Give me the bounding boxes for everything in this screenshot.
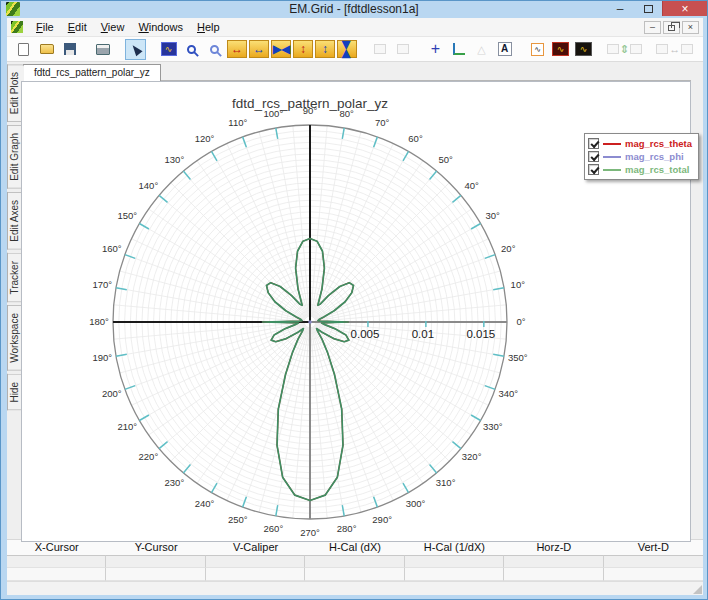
- angle-label: 60°: [408, 133, 423, 144]
- triangle-icon: △: [477, 43, 485, 56]
- select-pointer-button[interactable]: [125, 39, 146, 60]
- mdi-controls: – ×: [644, 21, 703, 34]
- maximize-button[interactable]: [634, 1, 662, 16]
- menu-item-windows[interactable]: Windows: [131, 19, 190, 35]
- angle-label: 280°: [337, 523, 357, 534]
- fit-x-button[interactable]: ▶◀: [271, 40, 291, 58]
- angle-label: 220°: [139, 451, 159, 462]
- menu-item-help[interactable]: Help: [190, 19, 227, 35]
- vertical-spacing-icon: ⇕: [607, 43, 642, 56]
- plot-tab-label: fdtd_rcs_pattern_polar_yz: [34, 67, 150, 78]
- floppy-icon: [64, 43, 76, 55]
- resize-grip-icon[interactable]: [693, 585, 702, 594]
- expand-y-button[interactable]: ↕: [293, 40, 313, 58]
- angle-label: 110°: [228, 117, 247, 128]
- cursor-values-row-2: [7, 568, 703, 581]
- print-button[interactable]: [92, 39, 113, 60]
- legend-row: mag_rcs_theta: [588, 137, 692, 150]
- legend-line-sample-icon: [603, 169, 621, 171]
- frame-icon: [681, 44, 693, 54]
- frame-icon: [374, 44, 386, 54]
- cursor-value-cell: [7, 568, 106, 581]
- window-title: EM.Grid - [fdtdlesson1a]: [1, 1, 707, 18]
- mdi-restore-button[interactable]: [663, 21, 680, 34]
- menu-item-view[interactable]: View: [94, 19, 132, 35]
- angle-label: 130°: [165, 154, 185, 165]
- cursor-column-header: Y-Cursor: [106, 540, 205, 555]
- expand-x-button[interactable]: ↔: [227, 40, 247, 58]
- toolbar: ∿↔↔▶◀↕↕▶◀+△A∿∿∿⇕↔Layout▼: [7, 36, 703, 62]
- mdi-app-icon[interactable]: [11, 21, 23, 33]
- angle-label: 150°: [117, 210, 137, 221]
- chart-title: fdtd_rcs_pattern_polar_yz: [232, 96, 388, 111]
- cursor-value-cell: [106, 568, 205, 581]
- close-button[interactable]: ×: [662, 1, 707, 16]
- zoom-out-button[interactable]: [204, 39, 225, 60]
- legend: mag_rcs_thetamag_rcs_phimag_rcs_total: [584, 133, 699, 180]
- expand-y-icon: ↕: [300, 43, 306, 55]
- fit-y-button[interactable]: ▶◀: [337, 40, 357, 58]
- angle-label: 330°: [483, 421, 503, 432]
- angle-label: 140°: [139, 180, 159, 191]
- legend-row: mag_rcs_phi: [588, 150, 692, 163]
- fit-x-icon: ▶◀: [273, 43, 289, 55]
- open-file-button[interactable]: [36, 39, 57, 60]
- legend-label: mag_rcs_theta: [625, 138, 692, 149]
- mdi-minimize-button[interactable]: –: [644, 21, 661, 34]
- frame-icon: [607, 44, 619, 54]
- angle-label: 240°: [195, 498, 215, 509]
- plot-style-red-button[interactable]: ∿: [550, 39, 571, 60]
- angle-label: 30°: [486, 210, 501, 221]
- minimize-button[interactable]: –: [606, 1, 634, 16]
- angle-label: 0°: [516, 316, 525, 327]
- cursor-value-cell: [305, 555, 404, 568]
- plot-tab[interactable]: fdtd_rcs_pattern_polar_yz: [23, 64, 161, 81]
- angle-label: 290°: [372, 514, 392, 525]
- angle-label: 340°: [498, 388, 518, 399]
- plot-style-dark-button[interactable]: ∿: [573, 39, 594, 60]
- mdi-close-button[interactable]: ×: [682, 21, 699, 34]
- text-annotation-button[interactable]: A: [494, 39, 515, 60]
- legend-checkbox[interactable]: [588, 164, 599, 175]
- cursor-values-row-1: [7, 555, 703, 568]
- zoom-in-button[interactable]: [181, 39, 202, 60]
- add-cursor-button[interactable]: +: [425, 39, 446, 60]
- chart-panel: 0.0050.010.0150°10°20°30°40°50°60°70°80°…: [21, 81, 691, 542]
- angle-label: 250°: [228, 514, 248, 525]
- shrink-y-button[interactable]: ↕: [315, 40, 335, 58]
- fit-y-icon: ▶◀: [341, 41, 353, 57]
- shrink-x-button[interactable]: ↔: [249, 40, 269, 58]
- zoom-window-button[interactable]: ∿: [158, 39, 179, 60]
- frame-button-1: [369, 39, 390, 60]
- angle-label: 160°: [102, 243, 122, 254]
- pointer-icon: [129, 42, 142, 56]
- menu-item-file[interactable]: File: [29, 19, 61, 35]
- angle-label: 350°: [508, 352, 528, 363]
- angle-label: 320°: [462, 451, 482, 462]
- cursor-value-cell: [504, 555, 603, 568]
- cursor-bar: X-CursorY-CursorV-CaliperH-Cal (dX)H-Cal…: [7, 539, 703, 581]
- zoom-out-icon: [210, 45, 219, 54]
- legend-checkbox[interactable]: [588, 151, 599, 162]
- save-button[interactable]: [59, 39, 80, 60]
- title-bar: EM.Grid - [fdtdlesson1a] – ×: [1, 1, 707, 18]
- printer-icon: [96, 44, 110, 55]
- copy-plot-icon: ∿: [531, 43, 544, 56]
- angle-label: 270°: [300, 527, 320, 538]
- tracker-axes-button[interactable]: [448, 39, 469, 60]
- cursor-value-cell: [7, 555, 106, 568]
- radial-tick-label: 0.005: [351, 328, 380, 340]
- new-file-button[interactable]: [13, 39, 34, 60]
- frame-icon: [656, 44, 668, 54]
- cursor-value-cell: [206, 568, 305, 581]
- legend-label: mag_rcs_total: [625, 164, 689, 175]
- angle-label: 230°: [165, 477, 185, 488]
- copy-plot-button[interactable]: ∿: [527, 39, 548, 60]
- cursor-value-cell: [405, 555, 504, 568]
- workspace: fdtd_rcs_pattern_polar_yz Edit PlotsEdit…: [7, 62, 703, 539]
- status-bar: [7, 581, 703, 595]
- cursor-value-cell: [504, 568, 603, 581]
- menu-item-edit[interactable]: Edit: [61, 19, 94, 35]
- zoom-window-icon: ∿: [161, 42, 177, 56]
- legend-checkbox[interactable]: [588, 138, 599, 149]
